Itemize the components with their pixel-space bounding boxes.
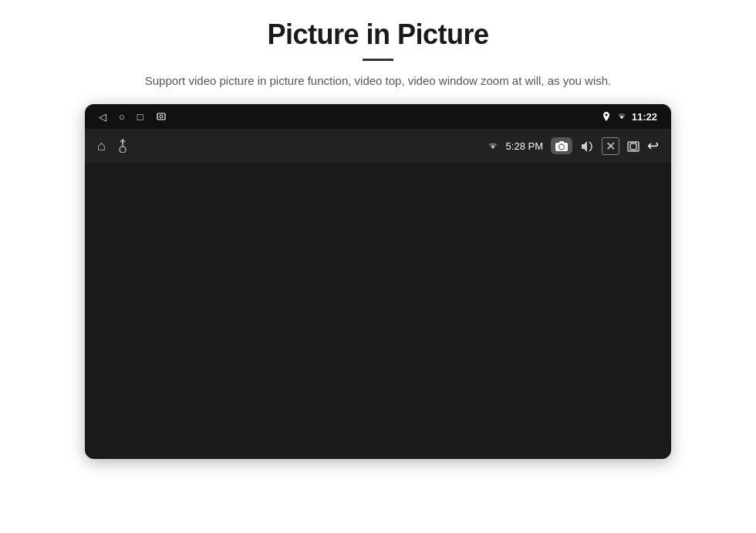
status-bar-right: 11:22 bbox=[601, 111, 657, 123]
screenshot-nav-icon[interactable] bbox=[156, 110, 167, 123]
volume-icon[interactable] bbox=[580, 139, 594, 153]
camera-button[interactable] bbox=[551, 137, 572, 154]
close-icon[interactable]: ✕ bbox=[602, 137, 619, 155]
title-divider bbox=[363, 59, 393, 61]
action-bar: ⌂ 5:28 PM bbox=[85, 129, 671, 163]
page-title: Picture in Picture bbox=[267, 19, 488, 51]
action-bar-left: ⌂ bbox=[97, 138, 480, 154]
device-frame: ◁ ○ □ 11:22 bbox=[85, 104, 671, 459]
usb-icon[interactable] bbox=[116, 139, 129, 153]
home-icon[interactable]: ⌂ bbox=[97, 138, 106, 154]
recents-nav-icon[interactable]: □ bbox=[137, 111, 143, 123]
page-subtitle: Support video picture in picture functio… bbox=[145, 72, 611, 90]
wifi-icon bbox=[616, 113, 627, 120]
back-nav-icon[interactable]: ◁ bbox=[99, 111, 106, 123]
svg-point-3 bbox=[120, 147, 126, 153]
svg-rect-7 bbox=[559, 141, 564, 143]
wifi-action-icon bbox=[488, 141, 498, 150]
action-bar-center: 5:28 PM bbox=[488, 140, 543, 152]
action-time: 5:28 PM bbox=[506, 140, 543, 152]
status-time: 11:22 bbox=[632, 111, 657, 123]
action-bar-right: ✕ ↩ bbox=[551, 137, 659, 155]
svg-point-1 bbox=[160, 115, 163, 118]
svg-rect-0 bbox=[157, 113, 165, 120]
status-bar: ◁ ○ □ 11:22 bbox=[85, 104, 671, 129]
back-icon[interactable]: ↩ bbox=[647, 137, 659, 154]
status-bar-left: ◁ ○ □ bbox=[99, 110, 167, 123]
location-icon bbox=[601, 111, 612, 122]
home-nav-icon[interactable]: ○ bbox=[119, 111, 125, 123]
svg-rect-9 bbox=[630, 143, 636, 150]
resize-icon[interactable] bbox=[627, 139, 640, 153]
page-wrapper: Picture in Picture Support video picture… bbox=[0, 0, 756, 533]
